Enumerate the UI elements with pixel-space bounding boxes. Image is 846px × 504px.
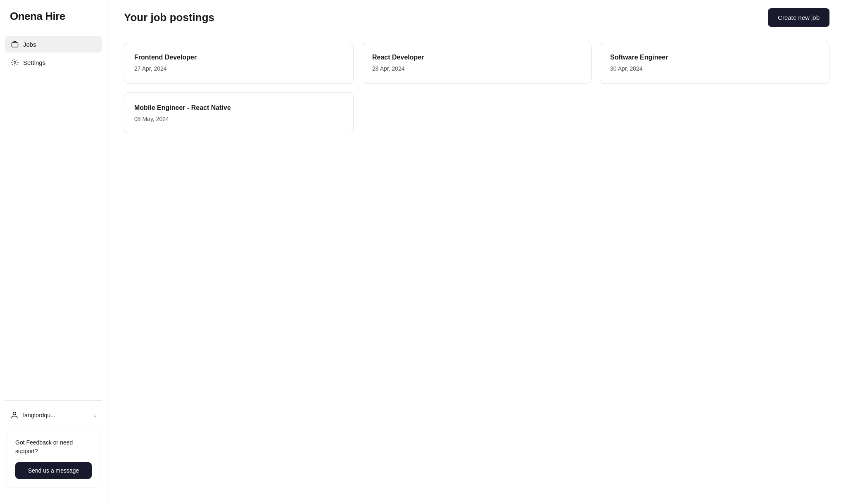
- app-logo: Onena Hire: [0, 10, 107, 36]
- page-header: Your job postings Create new job: [107, 0, 846, 35]
- chevron-down-icon: ⌄: [93, 412, 97, 418]
- job-card[interactable]: React Developer28 Apr, 2024: [362, 42, 592, 84]
- user-menu[interactable]: langfordqu... ⌄: [5, 407, 102, 423]
- job-card[interactable]: Frontend Developer27 Apr, 2024: [124, 42, 354, 84]
- sidebar-item-jobs[interactable]: Jobs: [5, 36, 102, 52]
- job-date: 27 Apr, 2024: [134, 65, 343, 72]
- main-content: Your job postings Create new job Fronten…: [107, 0, 846, 504]
- sidebar-item-settings[interactable]: Settings: [5, 54, 102, 71]
- svg-point-1: [14, 62, 16, 64]
- job-date: 30 Apr, 2024: [610, 65, 819, 72]
- job-title: Mobile Engineer - React Native: [134, 104, 343, 112]
- page-title: Your job postings: [124, 11, 214, 24]
- person-icon: [10, 411, 19, 420]
- sidebar-nav: Jobs Settings: [0, 36, 107, 394]
- sidebar-settings-label: Settings: [23, 59, 45, 66]
- jobs-area: Frontend Developer27 Apr, 2024React Deve…: [107, 35, 846, 504]
- job-title: React Developer: [372, 54, 581, 61]
- send-message-button[interactable]: Send us a message: [15, 462, 92, 479]
- app-layout: Onena Hire Jobs: [0, 0, 846, 504]
- feedback-text: Got Feedback or need support?: [15, 438, 92, 456]
- job-title: Software Engineer: [610, 54, 819, 61]
- job-date: 28 Apr, 2024: [372, 65, 581, 72]
- job-card[interactable]: Mobile Engineer - React Native08 May, 20…: [124, 92, 354, 134]
- sidebar-jobs-label: Jobs: [23, 41, 36, 48]
- svg-rect-0: [12, 43, 18, 47]
- user-name: langfordqu...: [23, 412, 89, 418]
- feedback-card: Got Feedback or need support? Send us a …: [7, 430, 100, 487]
- job-card[interactable]: Software Engineer30 Apr, 2024: [600, 42, 829, 84]
- settings-icon: [11, 58, 19, 67]
- create-job-button[interactable]: Create new job: [768, 8, 829, 27]
- briefcase-icon: [11, 40, 19, 48]
- sidebar: Onena Hire Jobs: [0, 0, 107, 504]
- job-date: 08 May, 2024: [134, 116, 343, 122]
- job-title: Frontend Developer: [134, 54, 343, 61]
- svg-point-2: [13, 412, 16, 415]
- jobs-grid: Frontend Developer27 Apr, 2024React Deve…: [124, 42, 829, 134]
- nav-divider: [5, 400, 102, 401]
